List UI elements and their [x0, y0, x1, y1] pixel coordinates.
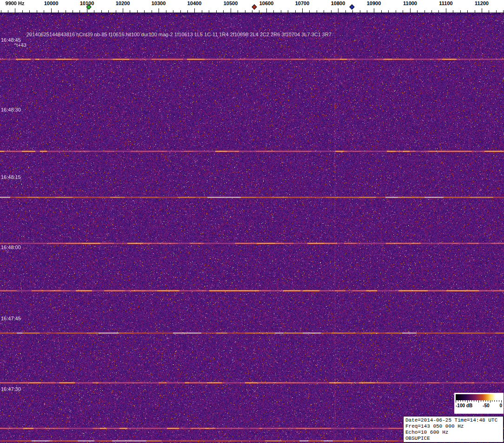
freq-label: 10000 [44, 0, 59, 6]
time-label: 16:48:30 [1, 107, 21, 112]
legend-tick [499, 400, 499, 402]
ruler-tick [116, 10, 116, 13]
info-line: Echo=10 600 Hz [405, 430, 501, 436]
legend-label-max: 0 [499, 403, 502, 408]
freq-label: 10100 [80, 0, 94, 6]
ruler-tick [123, 8, 123, 13]
ruler-tick [475, 10, 475, 13]
ruler-tick [496, 10, 497, 13]
ruler-tick [137, 10, 138, 13]
ruler-tick [288, 10, 288, 13]
legend-tick [485, 400, 486, 402]
legend-tick [478, 400, 479, 403]
ruler-tick [245, 10, 245, 13]
ruler-tick [180, 10, 181, 13]
ruler-tick [101, 10, 102, 13]
ruler-tick [331, 10, 332, 13]
ruler-tick [503, 10, 504, 13]
ruler-tick [396, 10, 396, 13]
spectrogram-canvas[interactable] [0, 13, 504, 443]
legend-tick [465, 400, 465, 402]
legend-ticks [456, 400, 502, 403]
ruler-tick [252, 10, 252, 13]
ruler-tick [209, 10, 209, 13]
legend-tick [471, 400, 472, 402]
ruler-tick [152, 10, 152, 13]
ruler-tick [194, 8, 195, 13]
legend-tick [481, 400, 481, 402]
legend-tick [458, 400, 458, 402]
ruler-tick [223, 10, 224, 13]
ruler-tick [166, 10, 166, 13]
ruler-tick [80, 10, 80, 13]
ruler-tick [238, 10, 238, 13]
ruler-tick [352, 10, 353, 13]
ruler-tick [259, 10, 259, 13]
ruler-tick [489, 10, 489, 13]
ruler-tick [345, 10, 346, 13]
freq-label: 11200 [475, 0, 489, 6]
legend-label-mid: -50 [483, 403, 489, 408]
ruler-tick [367, 10, 367, 13]
time-label: 16:47:45 [1, 316, 21, 321]
ruler-tick [15, 8, 15, 13]
legend-tick [456, 400, 456, 403]
ruler-tick [1, 10, 1, 13]
ruler-tick [431, 10, 432, 13]
ruler-tick [417, 10, 418, 13]
freq-label: 10200 [116, 0, 130, 6]
ruler-tick [73, 10, 73, 13]
marker-red-diamond[interactable] [252, 4, 257, 9]
ruler-tick [44, 10, 44, 13]
freq-label: 10700 [295, 0, 310, 6]
info-line: Freq=143 050 000 Hz [405, 423, 501, 430]
legend-tick [467, 400, 468, 403]
freq-label: 10900 [367, 0, 381, 6]
ruler-tick [130, 10, 130, 13]
ruler-tick [202, 10, 202, 13]
info-line: Date=2014-06-25 Time=14:48 UTC [405, 417, 501, 423]
legend-tick [492, 400, 492, 402]
ruler-tick [424, 10, 425, 13]
ruler-tick [460, 10, 461, 13]
ruler-tick [187, 10, 188, 13]
legend-tick [490, 400, 491, 403]
ruler-tick [51, 8, 52, 13]
freq-label: 10400 [187, 0, 202, 6]
ruler-tick [388, 10, 389, 13]
detection-annotation: 20140625144843816 hCnt39 nb-85 f10616 hi… [27, 32, 332, 37]
marker-blue-diamond[interactable] [349, 4, 354, 9]
legend-tick [469, 400, 470, 402]
ruler-tick [231, 8, 231, 13]
freq-label: 11100 [439, 0, 452, 6]
ruler-tick [266, 8, 267, 13]
time-label: 16:47:30 [1, 386, 21, 392]
legend-tick [463, 400, 463, 402]
ruler-tick [281, 10, 281, 13]
freq-label: 11000 [403, 0, 417, 6]
ruler-tick [302, 8, 303, 13]
info-line: OBSUPICE [405, 436, 501, 442]
ruler-tick [338, 8, 338, 13]
legend-tick [476, 400, 477, 402]
ruler-tick [58, 10, 59, 13]
ruler-tick [66, 10, 66, 13]
ruler-tick [8, 10, 8, 13]
ruler-tick [37, 10, 37, 13]
ruler-tick [446, 8, 446, 13]
ruler-tick [403, 10, 403, 13]
legend-tick [494, 400, 495, 402]
freq-label: 9900 Hz [6, 0, 25, 6]
ruler-tick [108, 10, 109, 13]
ruler-tick [144, 10, 145, 13]
colormap-gradient [456, 394, 502, 400]
legend-tick [501, 400, 502, 403]
time-label: 16:48:45 [1, 37, 21, 43]
ruler-tick [317, 10, 317, 13]
ruler-tick [467, 10, 468, 13]
frequency-ruler: 9900 Hz100001010010200103001040010500106… [0, 0, 504, 13]
legend-tick [460, 400, 461, 402]
legend-tick [497, 400, 497, 402]
observation-info-box: Date=2014-06-25 Time=14:48 UTCFreq=143 0… [403, 416, 504, 443]
time-label: 16:48:15 [1, 174, 21, 180]
